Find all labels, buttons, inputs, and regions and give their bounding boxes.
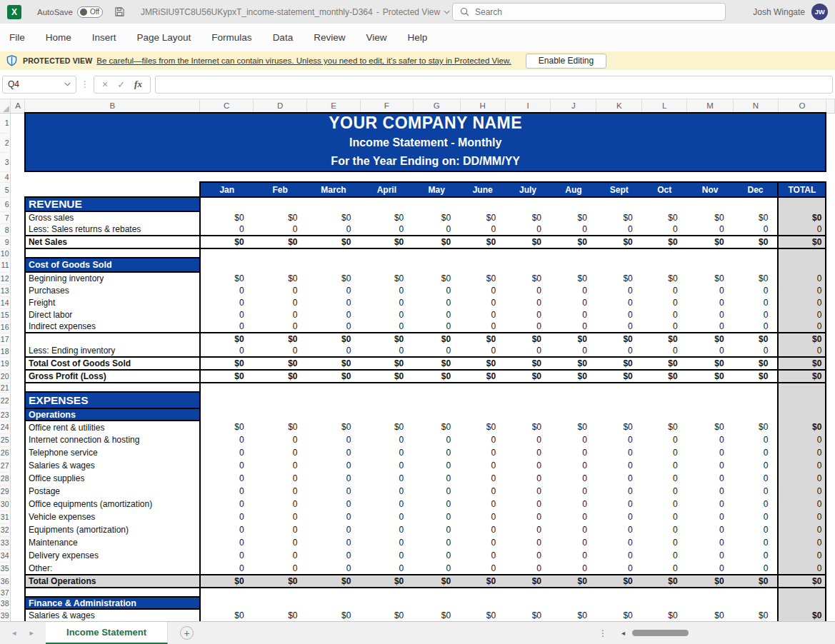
- cell-H22[interactable]: [460, 392, 505, 408]
- cell-E34[interactable]: 0: [307, 549, 361, 562]
- cell-C22[interactable]: [200, 392, 254, 408]
- cell-K18[interactable]: 0: [596, 345, 642, 357]
- cell-G8[interactable]: 0: [413, 223, 460, 236]
- row-header-2[interactable]: 2: [0, 133, 11, 152]
- cell-L14[interactable]: 0: [642, 296, 687, 308]
- cell-K5[interactable]: Sept: [596, 182, 642, 197]
- cell-J32[interactable]: 0: [551, 523, 596, 536]
- cell-M5[interactable]: Nov: [687, 182, 734, 197]
- cell-O12[interactable]: 0: [778, 272, 826, 284]
- cell-D12[interactable]: $0: [254, 272, 307, 284]
- row-header-27[interactable]: 27: [0, 459, 11, 472]
- cell-D38[interactable]: [254, 597, 307, 609]
- cell-B5[interactable]: [25, 182, 200, 197]
- cell-G16[interactable]: 0: [413, 321, 460, 333]
- cell-A27[interactable]: [11, 459, 25, 472]
- cell-E9[interactable]: $0: [307, 236, 361, 248]
- cell-I29[interactable]: 0: [505, 485, 551, 498]
- cell-D5[interactable]: Feb: [254, 182, 307, 197]
- cell-H27[interactable]: 0: [460, 459, 505, 472]
- formula-input[interactable]: [155, 76, 833, 94]
- cell-M28[interactable]: 0: [687, 472, 734, 485]
- cell-O32[interactable]: 0: [778, 523, 826, 536]
- cell-E5[interactable]: March: [307, 182, 361, 197]
- cell-J30[interactable]: 0: [551, 498, 596, 510]
- cell-A36[interactable]: [11, 575, 25, 588]
- cell-B29[interactable]: Postage: [25, 485, 200, 498]
- cell-F38[interactable]: [360, 597, 413, 609]
- cell-B20[interactable]: Gross Profit (Loss): [25, 370, 200, 383]
- cell-F8[interactable]: 0: [360, 223, 413, 236]
- cell-K39[interactable]: $0: [596, 609, 642, 621]
- cell-I19[interactable]: $0: [505, 357, 551, 370]
- cell-M15[interactable]: 0: [687, 308, 734, 321]
- cell-G17[interactable]: $0: [413, 333, 460, 345]
- cell-C6[interactable]: [200, 197, 254, 211]
- cell-L25[interactable]: 0: [642, 433, 687, 446]
- cell-C29[interactable]: 0: [200, 485, 254, 498]
- cell-M6[interactable]: [687, 197, 734, 211]
- cell-J27[interactable]: 0: [551, 459, 596, 472]
- menu-page-layout[interactable]: Page Layout: [137, 32, 191, 43]
- menu-review[interactable]: Review: [314, 32, 345, 43]
- cell-B14[interactable]: Freight: [25, 296, 200, 308]
- cell-L22[interactable]: [642, 392, 687, 408]
- row-header-28[interactable]: 28: [0, 472, 11, 485]
- cell-D13[interactable]: 0: [254, 284, 307, 296]
- cell-M14[interactable]: 0: [687, 296, 734, 308]
- cell-I22[interactable]: [505, 392, 551, 408]
- cell-O16[interactable]: 0: [778, 321, 826, 333]
- cell-K23[interactable]: [596, 408, 642, 421]
- cell-J17[interactable]: $0: [551, 333, 596, 345]
- cell-C23[interactable]: [200, 408, 254, 421]
- cell-A21[interactable]: [11, 383, 25, 392]
- cell-D36[interactable]: $0: [254, 575, 307, 588]
- cell-J21[interactable]: [551, 383, 596, 392]
- cell-E12[interactable]: $0: [307, 272, 361, 284]
- cell-G28[interactable]: 0: [413, 472, 460, 485]
- cell-I17[interactable]: $0: [505, 333, 551, 345]
- cell-B28[interactable]: Office supplies: [25, 472, 200, 485]
- cell-M19[interactable]: $0: [687, 357, 734, 370]
- column-header-B[interactable]: B: [25, 99, 200, 113]
- cell-I30[interactable]: 0: [505, 498, 551, 510]
- cell-B4[interactable]: [25, 171, 826, 182]
- cell-N10[interactable]: [734, 248, 779, 258]
- cell-O7[interactable]: $0: [778, 211, 826, 223]
- menu-file[interactable]: File: [9, 32, 25, 43]
- cell-F19[interactable]: $0: [360, 357, 413, 370]
- cell-J28[interactable]: 0: [551, 472, 596, 485]
- cell-O17[interactable]: $0: [778, 333, 826, 345]
- row-header-20[interactable]: 20: [0, 370, 11, 383]
- cell-M10[interactable]: [687, 248, 734, 258]
- cell-B18[interactable]: Less: Ending inventory: [25, 345, 200, 357]
- cell-K35[interactable]: 0: [596, 562, 642, 575]
- cell-M11[interactable]: [687, 258, 734, 272]
- cell-L15[interactable]: 0: [642, 308, 687, 321]
- cell-L31[interactable]: 0: [642, 510, 687, 523]
- row-header-29[interactable]: 29: [0, 485, 11, 498]
- cell-I32[interactable]: 0: [505, 523, 551, 536]
- cell-J35[interactable]: 0: [551, 562, 596, 575]
- menu-insert[interactable]: Insert: [92, 32, 116, 43]
- cell-G26[interactable]: 0: [413, 446, 460, 459]
- cell-G35[interactable]: 0: [413, 562, 460, 575]
- cell-K36[interactable]: $0: [596, 575, 642, 588]
- cell-H8[interactable]: 0: [460, 223, 505, 236]
- cell-F12[interactable]: $0: [360, 272, 413, 284]
- cell-H35[interactable]: 0: [460, 562, 505, 575]
- row-header-24[interactable]: 24: [0, 421, 11, 433]
- cell-C25[interactable]: 0: [200, 433, 254, 446]
- cell-E21[interactable]: [307, 383, 361, 392]
- cell-D31[interactable]: 0: [254, 510, 307, 523]
- cell-K22[interactable]: [596, 392, 642, 408]
- cell-F34[interactable]: 0: [360, 549, 413, 562]
- cell-N30[interactable]: 0: [734, 498, 779, 510]
- cell-A37[interactable]: [11, 588, 25, 597]
- cell-G34[interactable]: 0: [413, 549, 460, 562]
- cell-H34[interactable]: 0: [460, 549, 505, 562]
- cell-K29[interactable]: 0: [596, 485, 642, 498]
- cell-L10[interactable]: [642, 248, 687, 258]
- cell-O33[interactable]: 0: [778, 536, 826, 549]
- cell-N18[interactable]: 0: [734, 345, 779, 357]
